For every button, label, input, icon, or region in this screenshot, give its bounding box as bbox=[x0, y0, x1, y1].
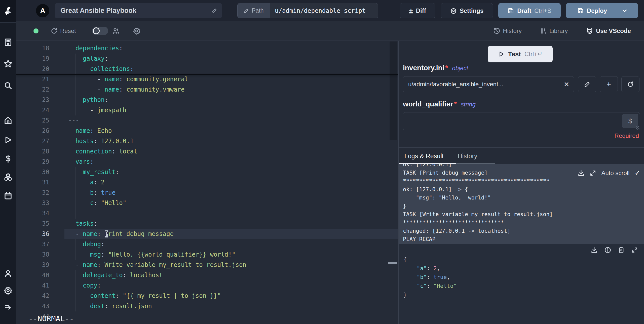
indent-guide bbox=[75, 239, 76, 250]
status-dot bbox=[33, 28, 39, 33]
code-line[interactable]: 24 - jmespath bbox=[16, 105, 398, 115]
add-resource-button[interactable]: + bbox=[600, 76, 618, 92]
draft-button[interactable]: Draft Ctrl+S bbox=[498, 3, 561, 18]
code-line[interactable]: 40 delegate_to: localhost bbox=[16, 270, 398, 280]
settings-label: Settings bbox=[460, 7, 484, 14]
code-line[interactable]: 26- name: Echo bbox=[16, 126, 398, 136]
resize-corner[interactable] bbox=[636, 126, 639, 130]
edit-title-pencil-icon[interactable] bbox=[211, 8, 217, 14]
test-button[interactable]: Test Ctrl+↵ bbox=[488, 46, 553, 62]
path-field[interactable]: Path u/admin/dependable_script bbox=[237, 3, 378, 18]
code-line[interactable]: 42 content: "{{ my_result | to_json }}" bbox=[16, 291, 398, 301]
resources-cubes-icon[interactable] bbox=[0, 170, 16, 184]
code-line[interactable]: 37 debug: bbox=[16, 239, 398, 250]
windmill-logo[interactable] bbox=[0, 0, 16, 23]
code-line[interactable]: 41 copy: bbox=[16, 280, 398, 291]
code-line[interactable]: 34 bbox=[16, 208, 398, 219]
script-title: Great Ansible Playbook bbox=[60, 7, 211, 15]
code-line[interactable]: 38 msg: "Hello, {{world_qualifier}} worl… bbox=[16, 250, 398, 260]
draft-shortcut: Ctrl+S bbox=[534, 7, 551, 14]
diff-mode-toggle[interactable] bbox=[92, 27, 108, 35]
result-pane: { "a": 2, "b": true, "c": "Hello"} bbox=[399, 244, 644, 324]
world-qualifier-textarea[interactable]: $ bbox=[403, 112, 640, 130]
indent-guide bbox=[75, 301, 76, 311]
panel-splitter[interactable] bbox=[398, 41, 399, 324]
indent-guide bbox=[75, 85, 76, 95]
required-asterisk: * bbox=[454, 100, 457, 108]
indent-guide bbox=[83, 74, 83, 85]
use-vscode-button[interactable]: Use VScode bbox=[586, 27, 631, 35]
top-bar: A Great Ansible Playbook Path u/admin/de… bbox=[16, 0, 644, 21]
script-title-input[interactable]: Great Ansible Playbook bbox=[55, 3, 222, 18]
field-label-world-qualifier: world_qualifier * string bbox=[403, 100, 476, 108]
code-line[interactable]: 19 galaxy: bbox=[16, 54, 398, 64]
code-line[interactable]: 27 hosts: 127.0.0.1 bbox=[16, 136, 398, 146]
runs-play-icon[interactable] bbox=[0, 133, 16, 147]
field-name: world_qualifier bbox=[403, 100, 453, 108]
workspace-settings-gear-icon[interactable] bbox=[0, 284, 16, 298]
reset-button[interactable]: Reset bbox=[51, 27, 76, 34]
editor-settings-button[interactable] bbox=[133, 27, 140, 35]
code-line[interactable]: 32 b: true bbox=[16, 188, 398, 198]
schedules-calendar-icon[interactable] bbox=[0, 189, 16, 203]
code-line[interactable]: 35 tasks: bbox=[16, 219, 398, 229]
line-number: 30 bbox=[16, 167, 49, 177]
code-line[interactable]: 22 - name: community.vmware bbox=[16, 85, 398, 95]
code-line[interactable]: 30 my_result: bbox=[16, 167, 398, 177]
code-line[interactable]: 18 dependencies: bbox=[16, 43, 398, 54]
info-icon[interactable] bbox=[604, 247, 611, 254]
field-name: inventory.ini bbox=[403, 64, 444, 72]
edit-resource-button[interactable] bbox=[578, 76, 596, 92]
deploy-button[interactable]: Deploy bbox=[571, 3, 613, 18]
collaborators-button[interactable] bbox=[112, 27, 120, 35]
code-line[interactable]: 33 c: "Hello" bbox=[16, 198, 398, 208]
code-line[interactable]: 29 vars: bbox=[16, 157, 398, 167]
favorites-star-icon[interactable] bbox=[0, 57, 16, 71]
code-line[interactable]: 31 a: 2 bbox=[16, 177, 398, 188]
settings-button[interactable]: Settings bbox=[441, 3, 493, 18]
autoscroll-check-icon[interactable]: ✓ bbox=[635, 169, 640, 177]
code-editor[interactable]: 18 dependencies:19 galaxy:20 collections… bbox=[16, 41, 398, 324]
code-lines: 18 dependencies:19 galaxy:20 collections… bbox=[16, 43, 398, 322]
indent-guide bbox=[83, 301, 83, 311]
plus-icon: + bbox=[607, 80, 611, 89]
expand-result-icon[interactable] bbox=[631, 247, 638, 253]
line-number: 42 bbox=[16, 291, 49, 301]
deploy-button-group: Deploy bbox=[566, 3, 638, 18]
logout-icon[interactable] bbox=[0, 300, 16, 314]
library-button[interactable]: Library bbox=[540, 27, 568, 34]
workspace-icon[interactable] bbox=[0, 35, 16, 49]
indent-guide bbox=[75, 198, 76, 208]
code-line[interactable]: 25--- bbox=[16, 115, 398, 126]
indent-guide bbox=[83, 177, 83, 188]
code-line[interactable]: 21 - name: community.general bbox=[16, 74, 398, 85]
code-line[interactable]: 20 collections: bbox=[16, 64, 398, 74]
clear-x-icon[interactable]: ✕ bbox=[564, 81, 569, 88]
expand-logs-icon[interactable] bbox=[590, 170, 596, 176]
code-line[interactable]: 36 - name: Print debug message bbox=[16, 229, 398, 239]
editor-scrollbar[interactable] bbox=[390, 42, 397, 140]
home-icon[interactable] bbox=[0, 113, 16, 128]
splitter-drag-handle[interactable] bbox=[388, 262, 397, 264]
copy-clipboard-icon[interactable] bbox=[618, 247, 625, 254]
diff-button[interactable]: ± Diff bbox=[400, 3, 435, 18]
deploy-dropdown-button[interactable] bbox=[616, 3, 633, 18]
tab-history[interactable]: History bbox=[458, 152, 477, 163]
indent-guide bbox=[75, 105, 76, 115]
line-number: 37 bbox=[16, 239, 49, 250]
download-result-icon[interactable] bbox=[591, 247, 598, 254]
code-line[interactable]: 28 connection: local bbox=[16, 146, 398, 157]
search-icon[interactable] bbox=[0, 78, 16, 93]
account-person-icon[interactable] bbox=[0, 266, 16, 280]
download-logs-icon[interactable] bbox=[578, 170, 585, 177]
code-line[interactable]: 39 - name: Write variable my_result to r… bbox=[16, 260, 398, 270]
variables-dollar-icon[interactable] bbox=[0, 152, 16, 166]
tab-logs-result[interactable]: Logs & Result bbox=[404, 152, 444, 163]
code-line[interactable]: 23 python: bbox=[16, 95, 398, 105]
history-button[interactable]: History bbox=[493, 27, 522, 34]
logs-pane[interactable]: ok: [127.0.0.1]TASK [Print debug message… bbox=[399, 164, 644, 244]
line-number: 22 bbox=[16, 85, 49, 95]
code-line[interactable]: 43 dest: result.json bbox=[16, 301, 398, 311]
refresh-resource-button[interactable] bbox=[621, 76, 639, 92]
inventory-resource-input[interactable]: u/admin/favorable_ansible_invent... ✕ bbox=[403, 76, 574, 92]
